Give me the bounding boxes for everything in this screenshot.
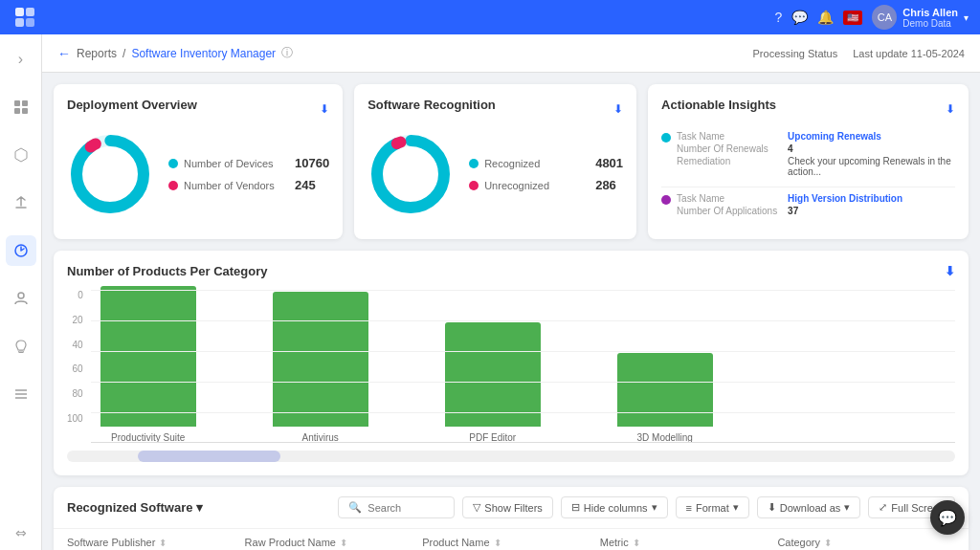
cards-row: Deployment Overview ⬇ <box>54 84 969 239</box>
chevron-down-icon: ▾ <box>733 501 739 514</box>
processing-status-label: Processing Status <box>753 48 838 59</box>
insight-2-task-label: Task Name <box>677 193 782 204</box>
deployment-download-icon[interactable]: ⬇ <box>320 102 329 116</box>
gridlines <box>91 290 955 443</box>
deployment-legend: Number of Devices 10760 Number of Vendor… <box>168 156 329 192</box>
download-icon: ⬇ <box>768 501 776 514</box>
svg-point-19 <box>377 141 444 208</box>
legend-unrecognized: Unrecognized 286 <box>469 178 623 192</box>
deployment-overview-card: Deployment Overview ⬇ <box>54 84 343 239</box>
columns-icon: ⊟ <box>571 501 580 514</box>
insight-1-renewals-label: Number Of Renewals <box>677 143 782 154</box>
insight-1-dot <box>661 133 671 143</box>
download-as-button[interactable]: ⬇ Download as ▾ <box>757 496 861 518</box>
hide-columns-button[interactable]: ⊟ Hide columns ▾ <box>561 496 668 518</box>
info-icon[interactable]: ⓘ <box>281 45 293 61</box>
devices-dot <box>168 159 178 168</box>
user-info[interactable]: CA Chris Allen Demo Data ▾ <box>872 5 969 30</box>
sort-category-icon[interactable]: ⬍ <box>824 538 832 548</box>
th-publisher: Software Publisher ⬍ <box>67 537 245 548</box>
chart-scrollbar[interactable] <box>67 451 955 462</box>
y-80: 80 <box>73 388 83 399</box>
vendors-value: 245 <box>295 178 316 192</box>
insights-download-icon[interactable]: ⬇ <box>946 102 955 116</box>
insight-item-2: Task Name High Version Distribution Numb… <box>661 193 955 216</box>
top-navigation: ? 💬 🔔 🇺🇸 CA Chris Allen Demo Data ▾ <box>0 0 980 34</box>
svg-rect-1 <box>26 8 34 16</box>
unrecognized-value: 286 <box>595 178 616 192</box>
chart-yaxis: 100 80 60 40 20 0 <box>67 290 91 443</box>
sidebar-item-dashboard[interactable] <box>6 235 36 266</box>
sidebar-collapse-icon[interactable]: ⇔ <box>15 525 27 540</box>
show-filters-button[interactable]: ▽ Show Filters <box>462 496 553 518</box>
sidebar-item-bars[interactable] <box>6 379 36 409</box>
sidebar-item-insights[interactable] <box>6 331 36 362</box>
deployment-donut <box>67 131 153 217</box>
recognized-software-title-btn[interactable]: Recognized Software ▾ <box>67 500 203 515</box>
insight-1-remediation-label: Remediation <box>677 156 782 177</box>
y-100: 100 <box>67 413 83 424</box>
sidebar-item-upload[interactable] <box>6 187 36 218</box>
chevron-down-icon[interactable]: ▾ <box>964 12 969 23</box>
y-20: 20 <box>73 315 83 325</box>
y-60: 60 <box>73 363 83 374</box>
bar-chart-card: Number of Products Per Category ⬇ 100 80… <box>54 251 969 475</box>
recognized-label: Recognized <box>484 158 590 169</box>
recognized-dot <box>469 159 479 168</box>
insight-2-apps-label: Number Of Applications <box>677 206 782 216</box>
svg-rect-2 <box>15 18 24 27</box>
chat-bubble-icon: 💬 <box>938 509 957 527</box>
svg-rect-3 <box>26 18 34 27</box>
recognition-inner: Recognized 4801 Unrecognized 286 <box>368 131 623 217</box>
bell-icon[interactable]: 🔔 <box>817 10 834 25</box>
deployment-inner: Number of Devices 10760 Number of Vendor… <box>67 131 329 217</box>
sort-metric-icon[interactable]: ⬍ <box>633 538 640 548</box>
format-button[interactable]: ≡ Format ▾ <box>676 496 749 518</box>
back-button[interactable]: ← <box>57 46 71 61</box>
last-update-label: Last update 11-05-2024 <box>853 48 965 59</box>
search-input[interactable] <box>368 502 444 514</box>
chevron-down-icon: ▾ <box>652 501 657 514</box>
sidebar-item-apps[interactable] <box>6 140 36 170</box>
help-icon[interactable]: ? <box>775 10 783 25</box>
breadcrumb-bar: ← Reports / Software Inventory Manager ⓘ… <box>42 34 980 73</box>
svg-point-10 <box>18 293 24 298</box>
chevron-down-icon: ▾ <box>844 501 850 514</box>
unrecognized-label: Unrecognized <box>484 180 590 191</box>
format-icon: ≡ <box>686 502 692 514</box>
content-area: Deployment Overview ⬇ <box>42 73 980 550</box>
chevron-down-icon: ▾ <box>196 500 203 515</box>
th-product: Product Name ⬍ <box>422 537 600 548</box>
svg-rect-11 <box>18 351 23 353</box>
avatar: CA <box>872 5 897 30</box>
svg-rect-4 <box>14 100 20 106</box>
recognized-software-title: Recognized Software <box>67 500 192 515</box>
table-header: Software Publisher ⬍ Raw Product Name ⬍ … <box>54 529 969 550</box>
insight-2-apps-value: 37 <box>788 206 798 216</box>
insight-1-remediation-value: Check your upcoming Renewals in the acti… <box>788 156 955 177</box>
sidebar-item-grid[interactable] <box>6 92 36 122</box>
breadcrumb-right: Processing Status Last update 11-05-2024 <box>753 48 965 59</box>
sort-publisher-icon[interactable]: ⬍ <box>159 538 167 548</box>
app-logo[interactable] <box>11 4 38 31</box>
chart-scrollbar-thumb[interactable] <box>138 451 279 462</box>
bars-container: Productivity Suite Antivirus PDF Editor <box>91 290 955 443</box>
recognition-download-icon[interactable]: ⬇ <box>613 102 623 116</box>
legend-devices: Number of Devices 10760 <box>168 156 329 170</box>
insight-1-task-label: Task Name <box>677 131 782 142</box>
sidebar-item-user[interactable] <box>6 283 36 314</box>
flag-icon[interactable]: 🇺🇸 <box>843 11 862 25</box>
legend-vendors: Number of Vendors 245 <box>168 178 329 192</box>
insight-1-renewals-value: 4 <box>788 143 793 154</box>
sidebar-item-expand[interactable]: › <box>6 44 36 75</box>
sort-product-icon[interactable]: ⬍ <box>494 538 501 548</box>
chat-bubble-button[interactable]: 💬 <box>930 500 965 535</box>
chat-icon[interactable]: 💬 <box>791 10 808 25</box>
vendors-dot <box>168 181 178 190</box>
bottom-controls: 🔍 ▽ Show Filters ⊟ Hide columns ▾ <box>338 496 955 518</box>
recognition-donut <box>368 131 454 217</box>
search-box[interactable]: 🔍 <box>338 496 455 518</box>
sort-raw-icon[interactable]: ⬍ <box>340 538 347 548</box>
topnav-right: ? 💬 🔔 🇺🇸 CA Chris Allen Demo Data ▾ <box>775 5 969 30</box>
chart-download-icon[interactable]: ⬇ <box>945 264 955 278</box>
